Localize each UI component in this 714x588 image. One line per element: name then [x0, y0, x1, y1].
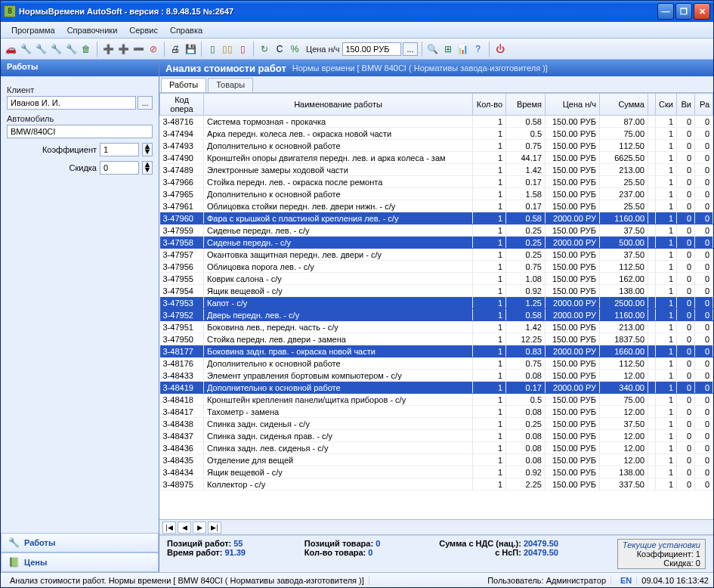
table-row[interactable]: 3-47493Дополнительно к основной работе10…: [160, 140, 713, 152]
discount-input[interactable]: [100, 161, 139, 175]
table-row[interactable]: 3-47490Кронштейн опоры двигателя передн.…: [160, 152, 713, 164]
table-row[interactable]: 3-48419Дополнительно к основной работе10…: [160, 382, 713, 394]
column-header[interactable]: Наименование работы: [204, 94, 473, 116]
nav-next-button[interactable]: ▶: [193, 521, 206, 534]
table-row[interactable]: 3-47953Капот - с/у11.252000.00 РУ2500.00…: [160, 297, 713, 309]
table-row[interactable]: 3-47955Коврик салона - с/у11.08150.00 РУ…: [160, 273, 713, 285]
table-row[interactable]: 3-47956Облицовка порога лев. - с/у10.751…: [160, 261, 713, 273]
table-row[interactable]: 3-48436Спинка задн. лев. сиденья - с/у10…: [160, 442, 713, 454]
wrench-icon-3[interactable]: 🔧: [49, 42, 63, 56]
table-row[interactable]: 3-48434Ящик вещевой - с/у10.92150.00 РУБ…: [160, 466, 713, 478]
table-row[interactable]: 3-47951Боковина лев., передн. часть - с/…: [160, 321, 713, 333]
table-row[interactable]: 3-47489Электронные замеры ходовой части1…: [160, 164, 713, 176]
add-alt-icon[interactable]: ➕: [116, 42, 130, 56]
maximize-button[interactable]: ❐: [675, 3, 692, 20]
separator: [489, 42, 490, 57]
table-row[interactable]: 3-47954Ящик вещевой - с/у10.92150.00 РУБ…: [160, 285, 713, 297]
exit-icon[interactable]: ⏻: [493, 42, 507, 56]
table-row[interactable]: 3-47959Сиденье передн. лев. - с/у10.2515…: [160, 224, 713, 237]
cell: 150.00 РУБ: [546, 152, 600, 164]
coef-input[interactable]: [100, 143, 139, 156]
search-icon[interactable]: 🔍: [426, 42, 440, 56]
refresh-icon[interactable]: ↻: [258, 42, 271, 56]
excel-icon[interactable]: ⊞: [441, 42, 455, 56]
cell: 1: [656, 333, 677, 345]
print-icon[interactable]: 🖨: [168, 42, 182, 56]
minimize-button[interactable]: —: [657, 3, 674, 20]
column-header[interactable]: Цена н/ч: [546, 94, 600, 116]
column-header[interactable]: [648, 94, 656, 116]
table-row[interactable]: 3-47952Дверь передн. лев. - с/у10.582000…: [160, 309, 713, 321]
sidebar-nav-prices[interactable]: 📗 Цены: [1, 552, 159, 572]
cell: 0: [677, 152, 695, 164]
coef-spinner[interactable]: ▲▼: [142, 143, 153, 156]
table-row[interactable]: 3-48433Элемент управления бортовым компь…: [160, 370, 713, 382]
menu-service[interactable]: Сервис: [123, 24, 164, 36]
car-input[interactable]: [7, 125, 153, 138]
table-row[interactable]: 3-48975Коллектор - с/у12.25150.00 РУБ337…: [160, 478, 713, 491]
panel3-icon[interactable]: ▯: [236, 42, 249, 56]
table-row[interactable]: 3-47957Окантовка защитная передн. лев. д…: [160, 249, 713, 261]
column-header[interactable]: Кол-во: [473, 94, 506, 116]
add-icon[interactable]: ➕: [101, 42, 115, 56]
remove-icon[interactable]: ➖: [131, 42, 145, 56]
table-row[interactable]: 3-47494Арка передн. колеса лев. - окраск…: [160, 128, 713, 140]
table-row[interactable]: 3-47961Облицовка стойки передн. лев. две…: [160, 200, 713, 212]
table-row[interactable]: 3-47965Дополнительно к основной работе11…: [160, 188, 713, 200]
table-row[interactable]: 3-47958Сиденье передн. - с/у10.252000.00…: [160, 237, 713, 249]
column-header[interactable]: Ви: [677, 94, 695, 116]
menu-directories[interactable]: Справочники: [61, 24, 124, 36]
column-header[interactable]: Ски: [656, 94, 677, 116]
table-row[interactable]: 3-47966Стойка передн. лев. - окраска пос…: [160, 176, 713, 188]
table-row[interactable]: 3-47960Фара с крышкой с пластиной крепле…: [160, 212, 713, 224]
table-row[interactable]: 3-48417Тахометр - замена10.08150.00 РУБ1…: [160, 406, 713, 418]
client-input[interactable]: [7, 96, 136, 110]
help-icon[interactable]: ?: [471, 42, 485, 56]
wrench-icon-2[interactable]: 🔧: [34, 42, 48, 56]
table-row[interactable]: 3-48418Кронштейн крепления панели/щитка …: [160, 394, 713, 406]
discount-spinner[interactable]: ▲▼: [142, 161, 153, 175]
table-row[interactable]: 3-48438Спинка задн. сиденья - с/у10.2515…: [160, 418, 713, 430]
column-header[interactable]: Время: [506, 94, 546, 116]
table-row[interactable]: 3-48716Система тормозная - прокачка10.58…: [160, 116, 713, 128]
tab-works[interactable]: Работы: [161, 78, 206, 92]
table-row[interactable]: 3-48177Боковина задн. прав. - окраска но…: [160, 345, 713, 357]
wrench-icon-4[interactable]: 🔧: [64, 42, 78, 56]
save-icon[interactable]: 💾: [184, 42, 197, 56]
column-header[interactable]: Код опера: [160, 94, 204, 116]
cell: 3-47966: [160, 176, 204, 188]
panel2-icon[interactable]: ▯▯: [221, 42, 234, 56]
menu-program[interactable]: Программа: [5, 24, 61, 36]
panel1-icon[interactable]: ▯: [206, 42, 219, 56]
car-icon[interactable]: 🚗: [4, 42, 17, 56]
tab-goods[interactable]: Товары: [208, 78, 253, 92]
close-button[interactable]: ✕: [694, 3, 710, 20]
status-lang[interactable]: EN: [616, 576, 637, 585]
percent-icon[interactable]: %: [288, 42, 301, 56]
cell: 0: [695, 273, 713, 285]
chart-icon[interactable]: 📊: [456, 42, 470, 56]
cell: 2.25: [506, 478, 546, 491]
price-input[interactable]: [342, 42, 401, 56]
data-grid[interactable]: Код операНаименование работыКол-воВремяЦ…: [159, 93, 713, 520]
menu-help[interactable]: Справка: [164, 24, 209, 36]
nav-last-button[interactable]: ▶|: [208, 521, 221, 534]
table-row[interactable]: 3-48437Спинка задн. сиденья прав. - с/у1…: [160, 430, 713, 442]
clear-icon[interactable]: ⊘: [147, 42, 160, 56]
trash-icon[interactable]: 🗑: [79, 42, 93, 56]
nav-prev-button[interactable]: ◀: [178, 521, 191, 534]
table-row[interactable]: 3-48435Отделение для вещей10.08150.00 РУ…: [160, 454, 713, 466]
sidebar-nav-works[interactable]: 🔧 Работы: [1, 533, 159, 552]
sum-nsp-label: с НсП:: [495, 548, 521, 557]
nav-first-button[interactable]: |◀: [162, 521, 176, 534]
wrench-icon[interactable]: 🔧: [19, 42, 32, 56]
calc-icon[interactable]: C: [273, 42, 286, 56]
table-row[interactable]: 3-48176Дополнительно к основной работе10…: [160, 357, 713, 370]
client-browse-button[interactable]: ...: [138, 96, 153, 110]
cell: 0: [695, 237, 713, 249]
table-row[interactable]: 3-47950Стойка передн. лев. двери - замен…: [160, 333, 713, 345]
price-ellipsis-button[interactable]: ...: [403, 42, 417, 56]
column-header[interactable]: Ра: [695, 94, 713, 116]
column-header[interactable]: Сумма: [600, 94, 648, 116]
cell: 2000.00 РУ: [546, 345, 600, 357]
